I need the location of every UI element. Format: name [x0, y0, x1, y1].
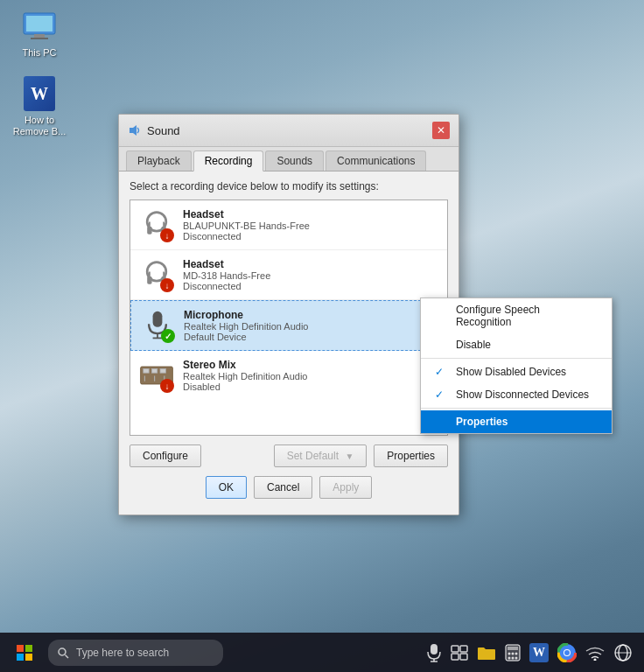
dialog-titlebar: Sound ✕ [119, 115, 458, 147]
word-doc-label: How to Remove B... [9, 115, 70, 137]
dialog-bottom-buttons: OK Cancel Apply [130, 476, 448, 506]
configure-button[interactable]: Configure [130, 444, 201, 467]
dialog-action-buttons: Configure Set Default ▼ Properties [130, 444, 448, 467]
headset1-info: Headset BLAUPUNKT-BE Hands-Free Disconne… [183, 208, 310, 242]
sound-dialog: Sound ✕ Playback Recording Sounds Commun… [118, 114, 459, 515]
svg-rect-37 [460, 654, 467, 660]
this-pc-icon [22, 9, 57, 44]
device-item-headset1[interactable]: ↓ Headset BLAUPUNKT-BE Hands-Free Discon… [130, 200, 447, 250]
taskbar-system-icons: W [419, 643, 640, 662]
headset2-status-badge: ↓ [160, 278, 174, 292]
svg-rect-15 [153, 312, 163, 327]
svg-point-29 [59, 648, 66, 655]
dialog-tabs: Playback Recording Sounds Communications [119, 147, 458, 172]
svg-point-41 [512, 652, 514, 654]
dialog-title: Sound [147, 124, 180, 137]
context-menu-item-configure-speech[interactable]: Configure Speech Recognition [421, 298, 612, 333]
taskbar-chrome-icon[interactable] [557, 643, 577, 662]
svg-rect-39 [508, 647, 518, 650]
taskbar-search[interactable]: Type here to search [48, 640, 223, 666]
headset1-name: Headset [183, 208, 310, 220]
svg-point-40 [508, 652, 511, 654]
dialog-close-button[interactable]: ✕ [432, 122, 450, 139]
device-list[interactable]: ↓ Headset BLAUPUNKT-BE Hands-Free Discon… [130, 200, 448, 436]
svg-rect-21 [160, 368, 165, 373]
desktop-icon-this-pc[interactable]: This PC [9, 9, 70, 59]
svg-rect-6 [147, 227, 151, 234]
word-doc-icon: W [22, 76, 57, 111]
headset2-detail: MD-318 Hands-Free [183, 270, 270, 281]
svg-rect-20 [151, 368, 157, 373]
context-menu: Configure Speech Recognition Disable ✓ S… [420, 298, 612, 434]
taskbar-microphone-icon[interactable] [426, 643, 442, 662]
dialog-content: Select a recording device below to modif… [119, 172, 458, 514]
svg-rect-1 [26, 16, 52, 32]
taskbar-word-icon[interactable]: W [529, 643, 549, 662]
tab-communications[interactable]: Communications [326, 150, 426, 171]
context-menu-item-show-disconnected[interactable]: ✓ Show Disconnected Devices [421, 383, 612, 406]
svg-point-42 [515, 652, 518, 654]
tab-recording[interactable]: Recording [193, 150, 264, 172]
device-item-headset2[interactable]: ↓ Headset MD-318 Hands-Free Disconnected [130, 250, 447, 300]
start-button[interactable] [4, 633, 44, 672]
taskbar-calculator-icon[interactable] [505, 644, 521, 662]
svg-point-44 [512, 656, 514, 659]
svg-rect-2 [34, 34, 45, 38]
microphone-status-badge: ✓ [161, 329, 175, 343]
headset1-detail: BLAUPUNKT-BE Hands-Free [183, 220, 310, 231]
context-menu-item-show-disabled[interactable]: ✓ Show Disabled Devices [421, 360, 612, 383]
device-item-stereo-mix[interactable]: ↓ Stereo Mix Realtek High Definition Aud… [130, 351, 447, 400]
microphone-name: Microphone [184, 309, 308, 321]
svg-rect-19 [144, 368, 149, 373]
stereo-mix-info: Stereo Mix Realtek High Definition Audio… [183, 359, 307, 392]
headset2-icon: ↓ [139, 257, 174, 292]
context-menu-item-properties[interactable]: Properties [421, 410, 612, 433]
microphone-icon: ✓ [140, 308, 175, 343]
tab-playback[interactable]: Playback [126, 150, 192, 171]
headset2-info: Headset MD-318 Hands-Free Disconnected [183, 258, 270, 291]
svg-rect-25 [17, 645, 24, 652]
ok-button[interactable]: OK [206, 476, 247, 499]
microphone-detail: Realtek High Definition Audio [184, 321, 308, 332]
properties-button[interactable]: Properties [374, 444, 448, 467]
svg-point-51 [564, 650, 570, 655]
desktop: This PC W How to Remove B... Sound ✕ Pla… [0, 0, 644, 672]
stereo-mix-status-badge: ↓ [160, 379, 174, 393]
microphone-info: Microphone Realtek High Definition Audio… [184, 309, 308, 342]
headset1-status: Disconnected [183, 231, 310, 242]
svg-rect-26 [25, 645, 32, 652]
svg-point-52 [594, 658, 597, 661]
svg-marker-4 [130, 125, 136, 136]
svg-rect-34 [452, 646, 458, 652]
microphone-status: Default Device [184, 332, 308, 342]
cancel-button[interactable]: Cancel [254, 476, 312, 499]
headset1-status-badge: ↓ [160, 228, 174, 242]
context-menu-item-disable[interactable]: Disable [421, 333, 612, 356]
svg-rect-35 [460, 646, 467, 652]
svg-rect-31 [430, 644, 438, 654]
stereo-mix-name: Stereo Mix [183, 359, 307, 371]
stereo-mix-icon: ↓ [139, 358, 174, 393]
context-menu-divider [421, 358, 612, 359]
context-menu-divider-2 [421, 408, 612, 409]
taskbar-wifi-icon[interactable] [585, 645, 605, 661]
taskbar-globe-icon[interactable] [613, 643, 633, 662]
taskbar: Type here to search [0, 633, 644, 672]
taskbar-taskview-icon[interactable] [451, 645, 468, 661]
device-item-microphone[interactable]: ✓ Microphone Realtek High Definition Aud… [130, 300, 447, 351]
headset1-icon: ↓ [139, 207, 174, 242]
desktop-icon-word-doc[interactable]: W How to Remove B... [9, 76, 70, 137]
svg-line-30 [66, 654, 69, 658]
taskbar-folder-icon[interactable] [477, 645, 496, 661]
stereo-mix-status: Disabled [183, 382, 307, 392]
tab-sounds[interactable]: Sounds [265, 150, 324, 171]
svg-rect-36 [452, 654, 458, 660]
search-bar-text: Type here to search [76, 647, 169, 659]
svg-rect-3 [31, 38, 48, 39]
set-default-button[interactable]: Set Default ▼ [274, 444, 368, 467]
desktop-icons-container: This PC W How to Remove B... [9, 9, 70, 138]
svg-rect-27 [17, 654, 24, 661]
headset2-name: Headset [183, 258, 270, 270]
apply-button[interactable]: Apply [319, 476, 372, 499]
taskbar-search-icon [57, 647, 69, 659]
